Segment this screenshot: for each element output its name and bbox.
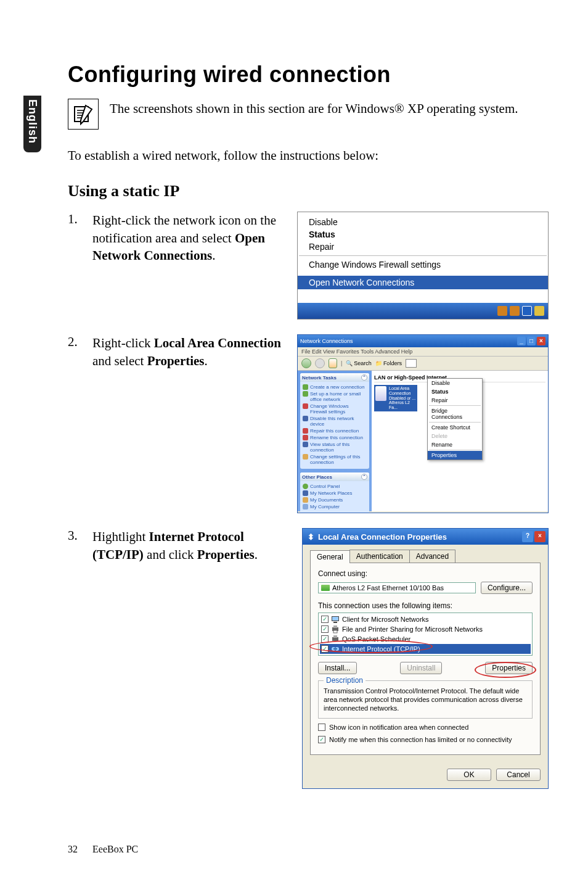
checkbox-icon[interactable]: ✓	[321, 645, 329, 653]
svg-rect-4	[333, 625, 337, 628]
tray-icon[interactable]	[510, 306, 520, 316]
window-titlebar: Network Connections _ □ ×	[298, 335, 548, 347]
ctx-disable[interactable]: Disable	[428, 379, 482, 387]
uninstall-button: Uninstall	[400, 662, 442, 674]
tab-pane: Connect using: Atheros L2 Fast Ethernet …	[310, 563, 541, 754]
views-button[interactable]	[406, 359, 417, 368]
step-text: Right-click the network icon on the noti…	[92, 212, 284, 264]
language-tab: English	[23, 96, 41, 152]
step-2: 2. Right-click Local Area Connection and…	[68, 334, 549, 513]
item-file-printer[interactable]: ✓ File and Printer Sharing for Microsoft…	[320, 624, 531, 634]
task-link[interactable]: View status of this connection	[303, 441, 367, 453]
ctx-bridge[interactable]: Bridge Connections	[428, 406, 482, 421]
help-button[interactable]: ?	[522, 531, 533, 542]
place-link[interactable]: My Network Places	[303, 490, 367, 497]
ctx-status[interactable]: Status	[298, 228, 548, 241]
task-link[interactable]: Rename this connection	[303, 434, 367, 441]
ok-button[interactable]: OK	[447, 769, 491, 781]
place-link[interactable]: My Computer	[303, 503, 367, 510]
page-footer: 32 EeeBox PC	[68, 844, 138, 855]
forward-button[interactable]	[315, 358, 325, 368]
step-number: 2.	[68, 334, 83, 369]
local-area-connection-item[interactable]: Local Area Connection Disabled or ... At…	[374, 385, 417, 411]
ctx-repair[interactable]: Repair	[428, 396, 482, 405]
task-link[interactable]: Change Windows Firewall settings	[303, 403, 367, 415]
toolbar: | 🔍Search 📁Folders	[298, 357, 548, 371]
configure-button[interactable]: Configure...	[481, 582, 533, 594]
description-text: Transmission Control Protocol/Internet P…	[324, 687, 527, 712]
ctx-firewall[interactable]: Change Windows Firewall settings	[298, 258, 548, 271]
connection-icon	[375, 386, 386, 401]
separator	[299, 255, 547, 256]
ctx-shortcut[interactable]: Create Shortcut	[428, 423, 482, 432]
menubar[interactable]: File Edit View Favorites Tools Advanced …	[298, 347, 548, 357]
minimize-button[interactable]: _	[517, 337, 526, 345]
page-title: Configuring wired connection	[68, 62, 549, 88]
checkbox-icon[interactable]: ✓	[321, 625, 329, 633]
ctx-delete: Delete	[428, 432, 482, 440]
task-link[interactable]: Create a new connection	[303, 384, 367, 390]
checkbox-icon[interactable]: ✓	[318, 724, 325, 731]
client-icon	[331, 615, 340, 624]
up-button[interactable]	[329, 358, 337, 368]
note-block: The screenshots shown in this section ar…	[68, 99, 549, 130]
task-link[interactable]: Set up a home or small office network	[303, 390, 367, 403]
show-icon-checkbox[interactable]: ✓ Show icon in notification area when co…	[318, 724, 533, 731]
panel-header[interactable]: Other Places⌃	[300, 472, 369, 481]
separator	[429, 450, 481, 450]
checkbox-icon[interactable]: ✓	[321, 616, 329, 623]
checkbox-icon[interactable]: ✓	[321, 635, 329, 643]
close-button[interactable]: ×	[537, 337, 545, 345]
task-link[interactable]: Disable this network device	[303, 415, 367, 427]
ctx-disable[interactable]: Disable	[298, 216, 548, 228]
cancel-button[interactable]: Cancel	[496, 769, 541, 781]
taskbar	[298, 303, 548, 319]
step-3: 3. Hightlight Internet Protocol (TCP/IP)…	[68, 528, 549, 788]
step-text: Right-click Local Area Connection and se…	[92, 334, 284, 369]
step-number: 3.	[68, 528, 83, 563]
ctx-properties[interactable]: Properties	[428, 451, 482, 460]
ctx-open-network-connections[interactable]: Open Network Connections	[298, 276, 548, 289]
protocol-icon	[331, 645, 340, 653]
items-list[interactable]: ✓ Client for Microsoft Networks ✓ File a…	[318, 613, 533, 656]
svg-rect-7	[333, 635, 337, 638]
tray-icon[interactable]	[497, 306, 507, 316]
svg-rect-2	[333, 622, 337, 623]
tab-authentication[interactable]: Authentication	[349, 550, 410, 563]
intro-text: To establish a wired network, follow the…	[68, 147, 549, 165]
tray-network-icon[interactable]	[522, 306, 532, 316]
item-qos[interactable]: ✓ QoS Packet Scheduler	[320, 634, 531, 644]
install-button[interactable]: Install...	[318, 662, 357, 674]
properties-button[interactable]: Properties	[485, 662, 533, 674]
close-button[interactable]: ×	[534, 531, 545, 542]
screenshot-lan-properties: ⬍Local Area Connection Properties ? × Ge…	[302, 528, 549, 788]
tab-advanced[interactable]: Advanced	[409, 550, 455, 563]
item-tcpip[interactable]: ✓ Internet Protocol (TCP/IP)	[320, 644, 531, 654]
checkbox-icon[interactable]: ✓	[318, 736, 325, 743]
ctx-status[interactable]: Status	[428, 387, 482, 396]
svg-rect-1	[332, 617, 338, 621]
task-link[interactable]: Repair this connection	[303, 427, 367, 434]
task-link[interactable]: Change settings of this connection	[303, 453, 367, 466]
panel-header[interactable]: Network Tasks⌃	[300, 373, 369, 382]
tab-strip: General Authentication Advanced	[310, 550, 541, 563]
tab-general[interactable]: General	[310, 550, 350, 563]
nic-icon	[321, 585, 330, 591]
connection-context-menu: Disable Status Repair Bridge Connections…	[427, 378, 483, 460]
uses-label: This connection uses the following items…	[318, 601, 533, 610]
item-client[interactable]: ✓ Client for Microsoft Networks	[320, 614, 531, 624]
place-link[interactable]: Control Panel	[303, 483, 367, 490]
back-button[interactable]	[301, 358, 311, 368]
maximize-button[interactable]: □	[527, 337, 536, 345]
folders-button[interactable]: 📁Folders	[375, 360, 402, 366]
screenshot-network-connections: Network Connections _ □ × File Edit View…	[297, 334, 549, 513]
place-link[interactable]: My Documents	[303, 497, 367, 503]
connect-using-label: Connect using:	[318, 569, 533, 578]
notify-checkbox[interactable]: ✓ Notify me when this connection has lim…	[318, 736, 533, 743]
network-icon: ⬍	[308, 532, 314, 542]
tray-shield-icon[interactable]	[534, 306, 544, 316]
search-button[interactable]: 🔍Search	[346, 360, 372, 366]
ctx-rename[interactable]: Rename	[428, 440, 482, 449]
ctx-repair[interactable]: Repair	[298, 241, 548, 253]
note-icon	[68, 99, 99, 130]
